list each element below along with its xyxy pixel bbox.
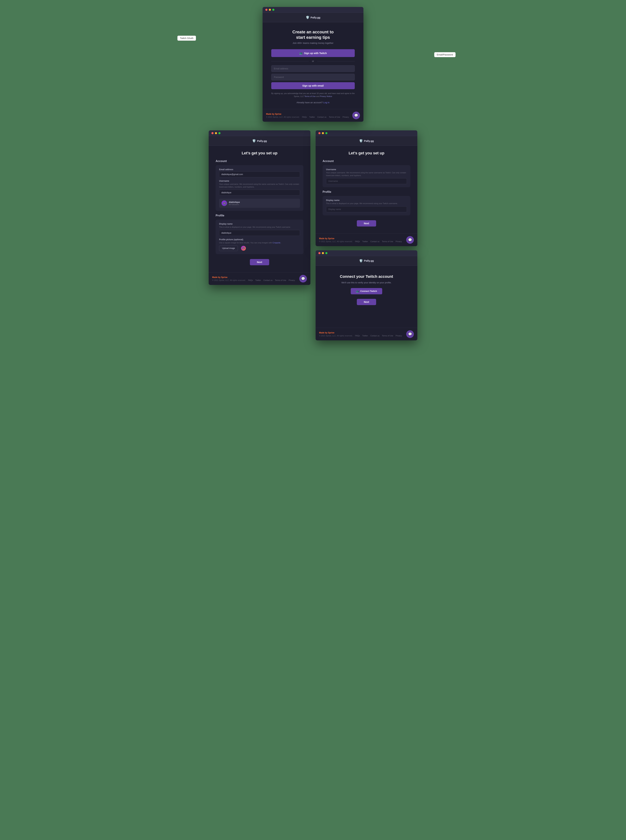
croppola-link[interactable]: Croppola — [273, 242, 281, 244]
minimize-dot — [322, 132, 324, 134]
chat-button-left[interactable]: 💬 — [299, 275, 307, 283]
username-field-input[interactable] — [219, 190, 300, 195]
chat-button[interactable]: 💬 — [352, 112, 360, 119]
profile-icon-preview: 🎮 — [241, 246, 246, 251]
contact-link[interactable]: Contact us — [317, 116, 327, 118]
login-prompt: Already have an account? Log in — [271, 101, 355, 104]
profile-pic-hint: Use a square image for best results. You… — [219, 242, 300, 244]
privacy-link-left[interactable]: Privacy — [289, 279, 295, 281]
connect-subtitle: We'll use this to verify your identity o… — [321, 281, 412, 284]
twitch-icon: 📺 — [299, 52, 303, 55]
privacy-link-right[interactable]: Privacy — [396, 240, 402, 242]
username-hint-right: Your unique username. We recommend using… — [326, 172, 407, 177]
display-name-input[interactable] — [219, 230, 300, 236]
or-divider: or — [271, 60, 355, 62]
signup-browser-window: 🛡️ Pally.gg Create an account to start e… — [263, 7, 363, 122]
contact-link-connect[interactable]: Contact us — [370, 335, 380, 337]
terms-link-right[interactable]: Terms of Use — [382, 240, 393, 242]
account-card-left: Email address Username Your unique usern… — [216, 165, 304, 211]
signup-email-button[interactable]: Sign up with email — [271, 82, 355, 89]
email-input[interactable] — [271, 65, 355, 72]
twitch-avatar: 🎮 — [222, 200, 227, 206]
maximize-dot — [218, 132, 221, 134]
maximize-dot — [326, 252, 327, 254]
profile-card-left: Display name This is what is displayed o… — [216, 220, 304, 254]
footer-left: Made by Sprise © 2021 Sprise, LLC. All r… — [209, 272, 310, 285]
annotation-twitch-oauth: Twitch OAuth — [177, 36, 196, 41]
contact-link-left[interactable]: Contact us — [263, 279, 273, 281]
connect-twitch-button[interactable]: 📺 Connect Twitch — [351, 288, 382, 294]
twitter-link-connect[interactable]: Twitter — [362, 335, 368, 337]
browser-titlebar-right-top — [316, 130, 417, 136]
next-button-left[interactable]: Next — [250, 259, 269, 265]
twitter-link-left[interactable]: Twitter — [255, 279, 261, 281]
pally-logo-text: Pally.gg — [311, 16, 320, 19]
terms-link-connect[interactable]: Terms of Use — [382, 335, 393, 337]
footer-right-top: Made by Sprise © 2021 Sprise, LLC. All r… — [316, 233, 417, 246]
twitch-user-info: diablolique 89 followers — [229, 201, 297, 206]
minimize-dot — [322, 252, 324, 254]
setup-body-left: Let's get you set up Account Email addre… — [209, 146, 310, 272]
chat-button-connect[interactable]: 💬 — [406, 330, 414, 338]
chat-button-right-top[interactable]: 💬 — [406, 236, 414, 244]
twitter-link-right[interactable]: Twitter — [362, 240, 368, 242]
profile-label-left: Profile — [216, 214, 304, 217]
display-name-hint-right: This is what is displayed on your page. … — [326, 202, 407, 205]
setup-left-browser: 🛡️ Pally.gg Let's get you set up Account… — [209, 130, 310, 285]
email-field-input[interactable] — [219, 172, 300, 177]
email-field-label: Email address — [219, 168, 300, 171]
setup-right-browser: 🛡️ Pally.gg Let's get you set up Account… — [316, 130, 417, 246]
display-name-hint: This is what is displayed on your page. … — [219, 226, 300, 228]
faqs-link-right[interactable]: FAQs — [355, 240, 360, 242]
connect-browser: 🛡️ Pally.gg Connect your Twitch account … — [316, 250, 417, 340]
display-name-input-right[interactable] — [326, 206, 407, 212]
twitch-username-display: diablolique — [229, 201, 297, 203]
privacy-notice-link[interactable]: Privacy Notice — [320, 95, 332, 97]
footer-links-right-top: © 2021 Sprise, LLC. All rights reserved.… — [319, 240, 402, 242]
twitter-link[interactable]: Twitter — [309, 116, 315, 118]
setup-title-right: Let's get you set up — [322, 151, 410, 155]
terms-link[interactable]: Terms of Use — [329, 116, 340, 118]
annotation-email-password: Email/Password — [434, 52, 455, 57]
faqs-link-connect[interactable]: FAQs — [355, 335, 360, 337]
terms-link-left[interactable]: Terms of Use — [275, 279, 286, 281]
signup-footer: Made by Sprise © 2021 Sprise, LLC. All r… — [263, 109, 363, 122]
setup-title-left: Let's get you set up — [216, 151, 304, 155]
signup-title: Create an account to start earning tips — [271, 29, 355, 40]
upload-image-button[interactable]: Upload image — [219, 245, 238, 251]
maximize-dot — [326, 132, 327, 134]
profile-card-right: Display name This is what is displayed o… — [322, 196, 410, 215]
pally-text-connect: Pally.gg — [364, 259, 374, 262]
connect-title: Connect your Twitch account — [321, 274, 412, 279]
made-by-right-top: Made by Sprise — [319, 237, 402, 240]
pally-header-connect: 🛡️ Pally.gg — [316, 256, 417, 265]
made-by-connect: Made by Sprise — [319, 331, 402, 334]
account-label-left: Account — [216, 159, 304, 163]
password-input[interactable] — [271, 74, 355, 81]
top-section: Twitch OAuth Email/Password 🛡️ Pally.gg … — [209, 7, 417, 122]
close-dot — [211, 132, 214, 134]
account-card-right: Username Your unique username. We recomm… — [322, 165, 410, 187]
contact-link-right[interactable]: Contact us — [370, 240, 380, 242]
faqs-link[interactable]: FAQs — [302, 116, 307, 118]
next-button-connect[interactable]: Next — [357, 299, 376, 305]
setup-body-right: Let's get you set up Account Username Yo… — [316, 146, 417, 233]
signup-body: Create an account to start earning tips … — [263, 22, 363, 109]
copyright-text: © 2021 Sprise, LLC. All rights reserved. — [266, 116, 300, 118]
terms-text: By signing up, you acknowledge that you … — [271, 92, 355, 98]
next-button-right[interactable]: Next — [357, 220, 376, 226]
bottom-left: 🛡️ Pally.gg Let's get you set up Account… — [209, 130, 310, 340]
terms-of-use-link[interactable]: Terms of Use — [304, 95, 316, 97]
footer-connect: Made by Sprise © 2021 Sprise, LLC. All r… — [316, 328, 417, 340]
next-row-left: Next — [216, 257, 304, 269]
pally-icon-connect: 🛡️ — [359, 259, 363, 263]
pally-icon-left: 🛡️ — [252, 139, 256, 143]
browser-titlebar-connect — [316, 250, 417, 256]
privacy-link[interactable]: Privacy — [343, 116, 349, 118]
login-link[interactable]: Log in — [323, 101, 329, 104]
twitch-signup-button[interactable]: 📺 Sign up with Twitch — [271, 49, 355, 57]
made-by-text: Made by Sprise — [266, 113, 349, 115]
privacy-link-connect[interactable]: Privacy — [396, 335, 402, 337]
username-input-right[interactable] — [326, 178, 407, 184]
faqs-link-left[interactable]: FAQs — [248, 279, 253, 281]
